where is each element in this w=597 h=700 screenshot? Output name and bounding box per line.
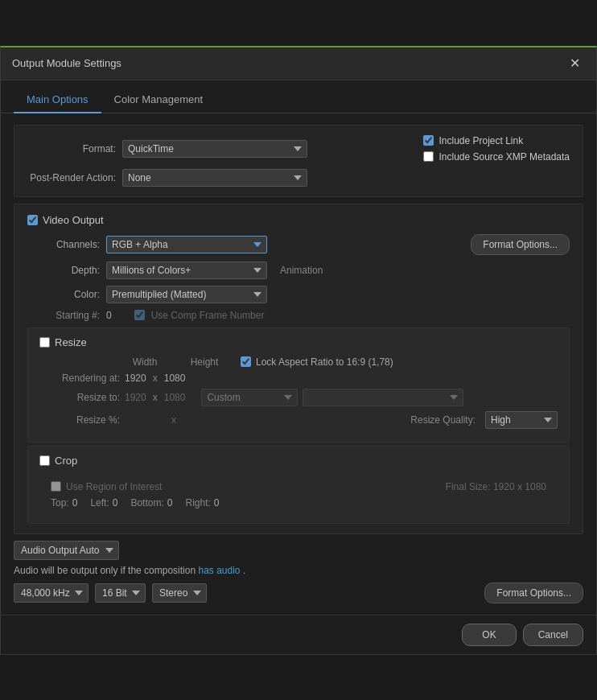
- starting-value: 0: [106, 310, 112, 321]
- resize-pct-row: Resize %: x Resize Quality: High: [47, 411, 558, 429]
- crop-panel: Crop Use Region of Interest Final Size: …: [27, 446, 570, 524]
- resize-to-x-sep: x: [153, 392, 158, 403]
- use-comp-frame-checkbox[interactable]: [134, 310, 145, 320]
- starting-row: Starting #: 0 Use Comp Frame Number: [27, 310, 570, 321]
- post-render-select[interactable]: None: [122, 169, 307, 187]
- depth-label: Depth:: [27, 265, 100, 276]
- crop-top-item: Top: 0: [51, 497, 77, 509]
- final-size-label: Final Size: 1920 x 1080: [446, 481, 546, 492]
- starting-label: Starting #:: [27, 310, 100, 321]
- resize-content: Width Height Lock Aspect Ratio to 16:9 (…: [39, 356, 558, 429]
- cancel-button[interactable]: Cancel: [523, 624, 583, 646]
- post-render-label: Post-Render Action:: [27, 172, 116, 183]
- include-source-xmp-label: Include Source XMP Metadata: [438, 151, 570, 163]
- audio-note: Audio will be output only if the composi…: [14, 565, 583, 576]
- resize-pct-x: x: [171, 414, 176, 426]
- ok-button[interactable]: OK: [462, 624, 516, 646]
- depth-select[interactable]: Millions of Colors+: [106, 261, 267, 279]
- title-bar: Output Module Settings ✕: [1, 47, 596, 80]
- close-button[interactable]: ✕: [565, 56, 585, 72]
- crop-left-label: Left:: [90, 497, 109, 509]
- width-col-label: Width: [125, 356, 165, 368]
- tab-main-options[interactable]: Main Options: [14, 87, 101, 113]
- main-content: Format: QuickTime Include Project Link I…: [1, 113, 596, 615]
- video-output-header: Video Output: [27, 214, 570, 226]
- resize-custom-select[interactable]: Custom: [201, 389, 298, 406]
- video-format-options-button[interactable]: Format Options...: [471, 234, 570, 255]
- rendering-width: 1920: [125, 373, 146, 384]
- crop-left-item: Left: 0: [90, 497, 117, 509]
- animation-label: Animation: [280, 265, 323, 276]
- crop-label: Crop: [55, 455, 77, 467]
- color-select[interactable]: Premultiplied (Matted): [106, 286, 267, 303]
- lock-aspect-checkbox[interactable]: [241, 356, 251, 367]
- crop-right-value: 0: [214, 497, 220, 509]
- resize-checkbox[interactable]: [39, 337, 50, 348]
- resize-to-width: 1920: [125, 392, 146, 403]
- crop-right-label: Right:: [185, 497, 210, 509]
- resize-panel: Resize Width Height Lock Aspect Ratio to…: [27, 327, 570, 443]
- include-project-link-label: Include Project Link: [438, 135, 523, 146]
- video-output-label: Video Output: [43, 214, 104, 226]
- color-label: Color:: [27, 289, 100, 300]
- sample-rate-select[interactable]: 48,000 kHz: [14, 583, 89, 603]
- color-row: Color: Premultiplied (Matted): [27, 286, 570, 303]
- checkboxes-right: Include Project Link Include Source XMP …: [423, 135, 570, 163]
- crop-bottom-item: Bottom: 0: [130, 497, 172, 509]
- use-roi-row: Use Region of Interest: [51, 481, 162, 492]
- include-source-xmp-checkbox[interactable]: [423, 151, 434, 162]
- format-select[interactable]: QuickTime: [122, 140, 307, 158]
- resize-pct-label: Resize %:: [47, 414, 120, 426]
- resize-label: Resize: [55, 336, 87, 348]
- use-roi-checkbox[interactable]: [51, 481, 61, 492]
- crop-content: Use Region of Interest Final Size: 1920 …: [39, 475, 558, 515]
- resize-custom-select2[interactable]: [303, 389, 463, 406]
- dialog-title: Output Module Settings: [12, 57, 121, 69]
- resize-headers-row: Width Height Lock Aspect Ratio to 16:9 (…: [47, 356, 558, 368]
- resize-to-row: Resize to: 1920 x 1080 Custom: [47, 389, 558, 406]
- audio-output-row: Audio Output Auto: [14, 541, 583, 560]
- rendering-at-label: Rendering at:: [47, 373, 120, 384]
- channels-select[interactable]: RGB + Alpha: [106, 236, 267, 253]
- lock-aspect-label: Lock Aspect Ratio to 16:9 (1,78): [256, 356, 393, 368]
- include-source-xmp-row: Include Source XMP Metadata: [423, 151, 570, 163]
- audio-format-options-button[interactable]: Format Options...: [484, 583, 583, 603]
- format-row: Format: QuickTime Include Project Link I…: [27, 135, 570, 163]
- audio-channels-select[interactable]: Stereo: [152, 583, 207, 603]
- audio-controls-row: 48,000 kHz 16 Bit Stereo Format Options.…: [14, 583, 583, 603]
- format-label: Format:: [27, 143, 116, 154]
- height-col-label: Height: [184, 356, 224, 368]
- crop-top-label: Top:: [51, 497, 69, 509]
- resize-header: Resize: [39, 336, 558, 348]
- resize-quality-label: Resize Quality:: [410, 414, 476, 426]
- dialog: Output Module Settings ✕ Main Options Co…: [0, 46, 597, 655]
- channels-label: Channels:: [27, 239, 100, 250]
- audio-note-highlight: has audio: [198, 565, 240, 576]
- crop-header: Crop: [39, 455, 558, 467]
- video-output-section: Video Output Channels: RGB + Alpha Forma…: [14, 204, 583, 534]
- rendering-at-row: Rendering at: 1920 x 1080: [47, 373, 558, 384]
- include-project-link-row: Include Project Link: [423, 135, 570, 146]
- format-section: Format: QuickTime Include Project Link I…: [14, 125, 583, 197]
- resize-to-label: Resize to:: [47, 392, 120, 403]
- channels-row: Channels: RGB + Alpha Format Options...: [27, 234, 570, 255]
- audio-output-select[interactable]: Audio Output Auto: [14, 541, 119, 560]
- rendering-height: 1080: [164, 373, 186, 384]
- tab-color-management[interactable]: Color Management: [101, 87, 216, 113]
- rendering-x-sep: x: [153, 373, 158, 384]
- audio-section: Audio Output Auto Audio will be output o…: [14, 541, 583, 603]
- footer: OK Cancel: [1, 615, 596, 654]
- crop-checkbox[interactable]: [39, 455, 50, 466]
- post-render-row: Post-Render Action: None: [27, 169, 570, 187]
- resize-quality-select[interactable]: High: [485, 411, 558, 429]
- crop-bottom-value: 0: [167, 497, 173, 509]
- crop-top-value: 0: [72, 497, 78, 509]
- video-output-checkbox[interactable]: [27, 215, 38, 225]
- bit-depth-select[interactable]: 16 Bit: [95, 583, 146, 603]
- use-comp-frame-label: Use Comp Frame Number: [151, 310, 265, 321]
- resize-to-height: 1080: [164, 392, 186, 403]
- depth-row: Depth: Millions of Colors+ Animation: [27, 261, 570, 279]
- crop-left-value: 0: [113, 497, 118, 509]
- include-project-link-checkbox[interactable]: [423, 135, 434, 146]
- crop-values: Top: 0 Left: 0 Bottom: 0 Right:: [51, 497, 546, 509]
